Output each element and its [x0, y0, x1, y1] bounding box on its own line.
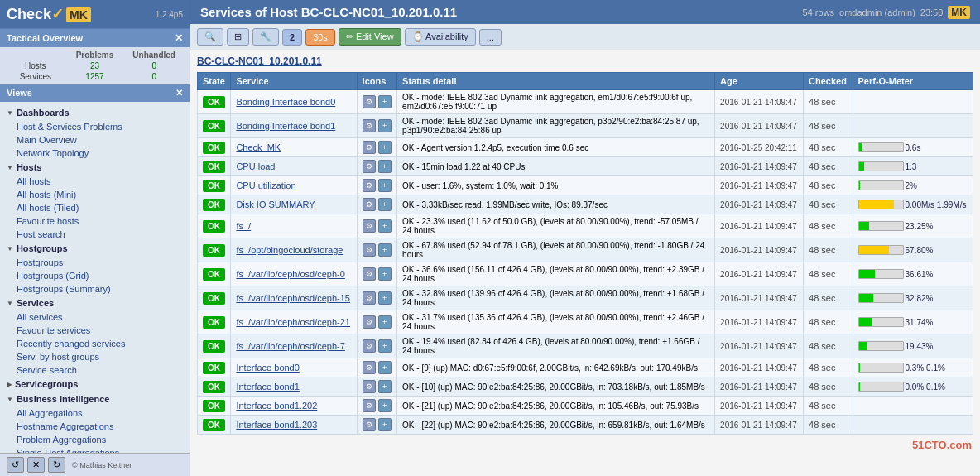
cell-service[interactable]: Bonding Interface bond0: [231, 90, 357, 114]
service-icon-1[interactable]: ⚙: [363, 179, 376, 192]
cell-service[interactable]: Interface bond1.203: [231, 416, 357, 435]
nav-group-services[interactable]: ▼ Services: [0, 296, 190, 310]
nav-item-all-services[interactable]: All services: [0, 310, 190, 324]
service-icon-2[interactable]: +: [378, 119, 392, 132]
nav-item-all-hosts-mini[interactable]: All hosts (Mini): [0, 188, 190, 201]
tactical-close-icon[interactable]: ✕: [175, 32, 183, 44]
toolbar-30s-btn[interactable]: 30s: [305, 29, 335, 46]
toolbar-settings-btn[interactable]: 🔧: [252, 28, 279, 46]
service-icon-1[interactable]: ⚙: [363, 243, 376, 257]
service-icon-2[interactable]: +: [378, 243, 392, 257]
service-icon-2[interactable]: +: [378, 291, 392, 305]
service-icon-2[interactable]: +: [378, 95, 392, 108]
service-icon-2[interactable]: +: [378, 267, 392, 281]
cell-service[interactable]: fs_/var/lib/ceph/osd/ceph-7: [231, 334, 357, 358]
state-badge: OK: [203, 244, 225, 257]
service-icon-2[interactable]: +: [378, 339, 392, 353]
service-icon-2[interactable]: +: [378, 361, 392, 374]
sidebar: Check✓ MK 1.2.4p5 Tactical Overview ✕ Pr…: [0, 0, 190, 476]
sidebar-btn-refresh[interactable]: ↻: [48, 457, 65, 473]
nav-item-all-hosts[interactable]: All hosts: [0, 175, 190, 188]
toolbar-search-btn[interactable]: 🔍: [197, 28, 223, 46]
service-icon-1[interactable]: ⚙: [363, 418, 376, 431]
nav-group-dashboards[interactable]: ▼ Dashboards: [0, 105, 190, 120]
service-icon-1[interactable]: ⚙: [363, 291, 376, 305]
toolbar-grid-btn[interactable]: ⊞: [227, 28, 249, 46]
cell-service[interactable]: fs_/var/lib/ceph/osd/ceph-0: [231, 262, 357, 286]
service-icon-2[interactable]: +: [378, 315, 392, 329]
nav-item-recently-changed-services[interactable]: Recently changed services: [0, 337, 190, 350]
cell-checked: 48 sec: [804, 334, 853, 358]
cell-icons: ⚙+: [357, 90, 397, 114]
sidebar-btn-config[interactable]: ✕: [27, 457, 45, 473]
toolbar-num-btn[interactable]: 2: [282, 29, 302, 46]
nav-item-hostgroups-summary[interactable]: Hostgroups (Summary): [0, 282, 190, 296]
service-icon-1[interactable]: ⚙: [363, 361, 376, 374]
service-icon-2[interactable]: +: [378, 219, 392, 233]
nav-item-network-topology[interactable]: Network Topology: [0, 147, 190, 160]
cell-service[interactable]: Bonding Interface bond1: [231, 114, 357, 138]
service-icon-1[interactable]: ⚙: [363, 219, 376, 233]
nav-group-servicegroups[interactable]: ▶ Servicegroups: [0, 377, 190, 392]
nav-item-hostname-aggregations[interactable]: Hostname Aggregations: [0, 420, 190, 433]
nav-item-all-aggregations[interactable]: All Aggregations: [0, 406, 190, 420]
nav-item-host-search[interactable]: Host search: [0, 228, 190, 241]
service-icon-1[interactable]: ⚙: [363, 95, 376, 108]
cell-icons: ⚙+: [357, 176, 397, 195]
cell-service[interactable]: fs_/opt/bingocloud/storage: [231, 238, 357, 262]
cell-service[interactable]: CPU utilization: [231, 176, 357, 195]
service-icon-1[interactable]: ⚙: [363, 339, 376, 353]
service-icon-2[interactable]: +: [378, 179, 392, 192]
sidebar-btn-reload[interactable]: ↺: [7, 457, 24, 473]
service-icon-2[interactable]: +: [378, 399, 392, 412]
nav-group-bi[interactable]: ▼ Business Intelligence: [0, 392, 190, 406]
cell-service[interactable]: Interface bond1.202: [231, 397, 357, 416]
nav-item-problem-aggregations[interactable]: Problem Aggregations: [0, 433, 190, 446]
cell-service[interactable]: Interface bond0: [231, 358, 357, 377]
toolbar-edit-view-btn[interactable]: ✏ Edit View: [339, 28, 401, 46]
state-badge: OK: [203, 316, 225, 329]
service-icon-1[interactable]: ⚙: [363, 141, 376, 154]
nav-item-serv-by-host-groups[interactable]: Serv. by host groups: [0, 350, 190, 363]
cell-service[interactable]: CPU load: [231, 157, 357, 176]
toolbar-more-btn[interactable]: ...: [479, 29, 502, 46]
nav-item-favourite-hosts[interactable]: Favourite hosts: [0, 214, 190, 228]
views-close-icon[interactable]: ✕: [175, 88, 183, 99]
service-icon-2[interactable]: +: [378, 198, 392, 211]
nav-group-hosts[interactable]: ▼ Hosts: [0, 160, 190, 175]
service-icon-1[interactable]: ⚙: [363, 267, 376, 281]
cell-state: OK: [198, 377, 231, 397]
toolbar-availability-btn[interactable]: ⌚ Availability: [405, 28, 476, 46]
service-icon-2[interactable]: +: [378, 160, 392, 173]
nav-item-host-services-problems[interactable]: Host & Services Problems: [0, 120, 190, 133]
tactical-overview-header[interactable]: Tactical Overview ✕: [0, 28, 190, 47]
cell-service[interactable]: fs_/var/lib/ceph/osd/ceph-21: [231, 310, 357, 334]
cell-icons: ⚙+: [357, 195, 397, 214]
service-icon-1[interactable]: ⚙: [363, 399, 376, 412]
host-heading[interactable]: BC-CLC-NC01_10.201.0.11: [197, 55, 973, 67]
nav-item-favourite-services[interactable]: Favourite services: [0, 324, 190, 337]
cell-service[interactable]: fs_/var/lib/ceph/osd/ceph-15: [231, 286, 357, 310]
service-icon-1[interactable]: ⚙: [363, 198, 376, 211]
service-icon-2[interactable]: +: [378, 141, 392, 154]
nav-item-hostgroups[interactable]: Hostgroups: [0, 256, 190, 269]
nav-item-all-hosts-tiled[interactable]: All hosts (Tiled): [0, 201, 190, 214]
service-icon-1[interactable]: ⚙: [363, 119, 376, 132]
cell-service[interactable]: fs_/: [231, 214, 357, 238]
nav-group-hostgroups[interactable]: ▼ Hostgroups: [0, 241, 190, 256]
logo-mk-badge: MK: [66, 7, 91, 22]
cell-state: OK: [198, 334, 231, 358]
cell-service[interactable]: Interface bond1: [231, 377, 357, 397]
service-icon-1[interactable]: ⚙: [363, 315, 376, 329]
cell-service[interactable]: Disk IO SUMMARY: [231, 195, 357, 214]
nav-item-hostgroups-grid[interactable]: Hostgroups (Grid): [0, 269, 190, 282]
service-icon-1[interactable]: ⚙: [363, 380, 376, 393]
cell-perf: 0.00M/s 1.99M/s: [853, 195, 973, 214]
cell-service[interactable]: Check_MK: [231, 138, 357, 157]
nav-item-single-host-aggregations[interactable]: Single-Host Aggregations: [0, 446, 190, 453]
service-icon-2[interactable]: +: [378, 380, 392, 393]
service-icon-1[interactable]: ⚙: [363, 160, 376, 173]
service-icon-2[interactable]: +: [378, 418, 392, 431]
nav-item-main-overview[interactable]: Main Overview: [0, 133, 190, 147]
nav-item-service-search[interactable]: Service search: [0, 363, 190, 377]
